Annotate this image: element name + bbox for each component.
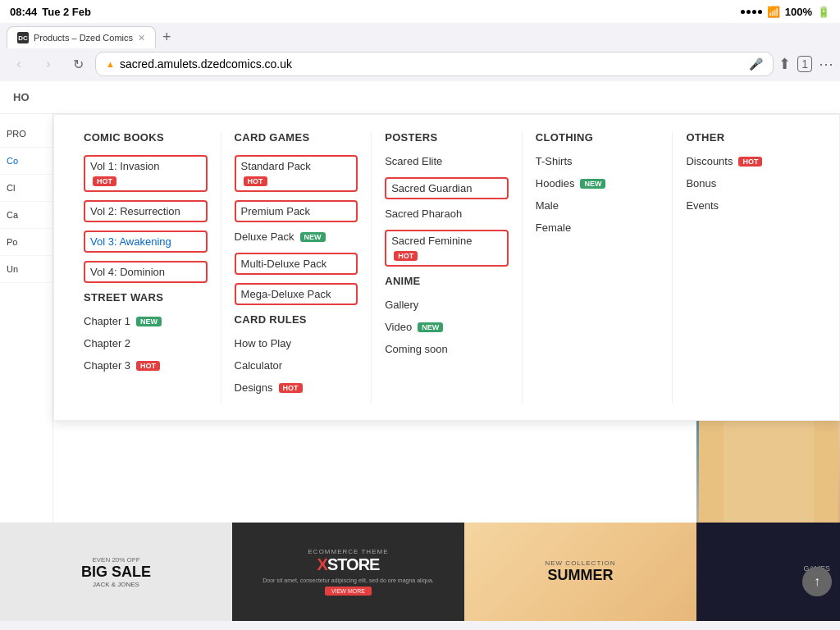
more-button[interactable]: ⋯ xyxy=(819,55,833,73)
events-label: Events xyxy=(686,199,719,212)
chapter1-label: Chapter 1 xyxy=(84,315,130,327)
female-item[interactable]: Female xyxy=(536,221,660,234)
how-to-play-item[interactable]: How to Play xyxy=(235,337,358,349)
comic-books-title: COMIC BOOKS xyxy=(84,131,208,144)
posters-column: POSTERS Scared Elite Sacred Guardian Sac… xyxy=(372,131,523,404)
sacred-feminine-item[interactable]: Sacred Feminine xyxy=(391,235,502,247)
lock-icon: ▲ xyxy=(106,59,115,69)
video-item[interactable]: Video NEW xyxy=(385,321,509,333)
vol3-item[interactable]: Vol 3: Awakening xyxy=(90,235,201,248)
clothing-title: CLOTHING xyxy=(536,131,660,144)
multi-deluxe-item[interactable]: Multi-Deluxe Pack xyxy=(241,258,352,270)
sacred-guardian-item[interactable]: Sacred Guardian xyxy=(391,182,502,194)
date: Tue 2 Feb xyxy=(42,6,91,18)
wifi-icon: 📶 xyxy=(767,6,780,18)
coming-soon-item[interactable]: Coming soon xyxy=(385,343,509,355)
bonus-item[interactable]: Bonus xyxy=(686,177,810,189)
tshirts-item[interactable]: T-Shirts xyxy=(536,155,660,167)
anime-section: ANIME Gallery Video NEW Coming soon xyxy=(385,275,509,355)
reload-button[interactable]: ↻ xyxy=(66,52,90,76)
banner-xstore-title: XSTORE xyxy=(317,555,380,574)
mega-deluxe-item[interactable]: Mega-Deluxe Pack xyxy=(241,288,352,300)
scared-elite-item[interactable]: Scared Elite xyxy=(385,155,509,167)
deluxe-pack-label: Deluxe Pack xyxy=(235,231,294,243)
time: 08:44 xyxy=(10,6,37,18)
forward-button[interactable]: › xyxy=(36,52,61,76)
multi-deluxe-box: Multi-Deluxe Pack xyxy=(235,253,358,275)
sidebar-item-ca[interactable]: Ca xyxy=(0,202,52,229)
hoodies-badge: NEW xyxy=(580,179,605,189)
posters-title: POSTERS xyxy=(385,131,509,144)
banner-xstore: ECOMMERCE THEME XSTORE Door sit amet, co… xyxy=(232,523,464,621)
banner-sale: EVEN 20% OFF BIG SALE JACK & JONES xyxy=(0,523,232,621)
banner-sale-label: EVEN 20% OFF xyxy=(92,556,139,564)
share-button[interactable]: ⬆ xyxy=(778,55,791,73)
back-to-top-button[interactable]: ↑ xyxy=(802,567,832,596)
back-button[interactable]: ‹ xyxy=(7,52,31,76)
site-nav-item[interactable]: HO xyxy=(13,91,30,103)
standard-pack-item[interactable]: Standard Pack xyxy=(241,160,352,172)
vol4-box: Vol 4: Dominion xyxy=(84,261,208,283)
banner-sale-title: BIG SALE xyxy=(81,564,151,581)
url-text: sacred.amulets.dzedcomics.co.uk xyxy=(120,57,292,71)
sidebar-item-un[interactable]: Un xyxy=(0,256,52,283)
tab-bar: DC Products – Dzed Comics ✕ + xyxy=(0,23,840,48)
tshirts-label: T-Shirts xyxy=(536,155,573,167)
bottom-banners: EVEN 20% OFF BIG SALE JACK & JONES ECOMM… xyxy=(0,523,840,621)
vol4-item[interactable]: Vol 4: Dominion xyxy=(90,266,201,278)
sidebar-item-po[interactable]: Po xyxy=(0,229,52,256)
mic-icon[interactable]: 🎤 xyxy=(749,57,763,71)
deluxe-pack-item[interactable]: Deluxe Pack NEW xyxy=(235,231,358,243)
vol1-item[interactable]: Vol 1: Invasion xyxy=(90,160,201,172)
banner-xstore-ecommerce: ECOMMERCE THEME xyxy=(308,548,389,555)
chapter1-badge: NEW xyxy=(136,317,162,326)
designs-label: Designs xyxy=(235,381,273,394)
discounts-item[interactable]: Discounts HOT xyxy=(686,155,810,167)
vol2-item[interactable]: Vol 2: Resurrection xyxy=(90,205,201,217)
chapter1-item[interactable]: Chapter 1 NEW xyxy=(84,315,208,327)
male-item[interactable]: Male xyxy=(536,199,660,212)
banner-summer-label: NEW COLLECTION xyxy=(545,559,615,567)
gallery-label: Gallery xyxy=(385,299,418,311)
nav-bar: ‹ › ↻ ▲ sacred.amulets.dzedcomics.co.uk … xyxy=(0,48,840,81)
premium-pack-box: Premium Pack xyxy=(235,200,358,222)
mega-deluxe-label: Mega-Deluxe Pack xyxy=(241,288,331,300)
female-label: Female xyxy=(536,221,571,234)
video-badge: NEW xyxy=(418,322,443,332)
premium-pack-item[interactable]: Premium Pack xyxy=(241,205,352,217)
xstore-x: X xyxy=(317,555,327,573)
svg-rect-3 xyxy=(724,409,814,523)
chapter3-item[interactable]: Chapter 3 HOT xyxy=(84,359,208,372)
card-games-column: CARD GAMES Standard Pack HOT Premium Pac… xyxy=(221,131,372,404)
chapter3-label: Chapter 3 xyxy=(84,359,130,372)
url-bar[interactable]: ▲ sacred.amulets.dzedcomics.co.uk 🎤 xyxy=(95,52,774,76)
anime-title: ANIME xyxy=(385,275,509,287)
vol3-label: Vol 3: Awakening xyxy=(90,235,171,248)
status-bar: 08:44 Tue 2 Feb 📶 100% 🔋 xyxy=(0,0,840,23)
sidebar-item-pro[interactable]: PRO xyxy=(0,121,52,148)
tab-favicon: DC xyxy=(17,32,29,43)
new-tab-button[interactable]: + xyxy=(159,29,175,46)
designs-item[interactable]: Designs HOT xyxy=(235,381,358,394)
vol1-label: Vol 1: Invasion xyxy=(90,160,160,172)
tabs-button[interactable]: 1 xyxy=(797,56,812,72)
chapter2-label: Chapter 2 xyxy=(84,337,130,349)
vol3-box: Vol 3: Awakening xyxy=(84,231,208,253)
battery-percent: 100% xyxy=(785,6,812,18)
sidebar-item-co[interactable]: Co xyxy=(0,148,52,175)
vol1-badge: HOT xyxy=(93,176,116,186)
sacred-pharaoh-item[interactable]: Sacred Pharaoh xyxy=(385,208,509,220)
tab-close-button[interactable]: ✕ xyxy=(138,33,145,43)
gallery-item[interactable]: Gallery xyxy=(385,299,509,311)
how-to-play-label: How to Play xyxy=(235,337,291,349)
standard-pack-label: Standard Pack xyxy=(241,160,311,172)
hoodies-item[interactable]: Hoodies NEW xyxy=(536,177,660,189)
sidebar-item-cl[interactable]: Cl xyxy=(0,175,52,202)
card-rules-section: CARD RULES How to Play Calculator Design… xyxy=(235,313,358,394)
events-item[interactable]: Events xyxy=(686,199,810,212)
calculator-item[interactable]: Calculator xyxy=(235,359,358,372)
active-tab[interactable]: DC Products – Dzed Comics ✕ xyxy=(7,26,156,48)
bonus-label: Bonus xyxy=(686,177,716,189)
view-more-button[interactable]: VIEW MORE xyxy=(325,587,372,596)
chapter2-item[interactable]: Chapter 2 xyxy=(84,337,208,349)
